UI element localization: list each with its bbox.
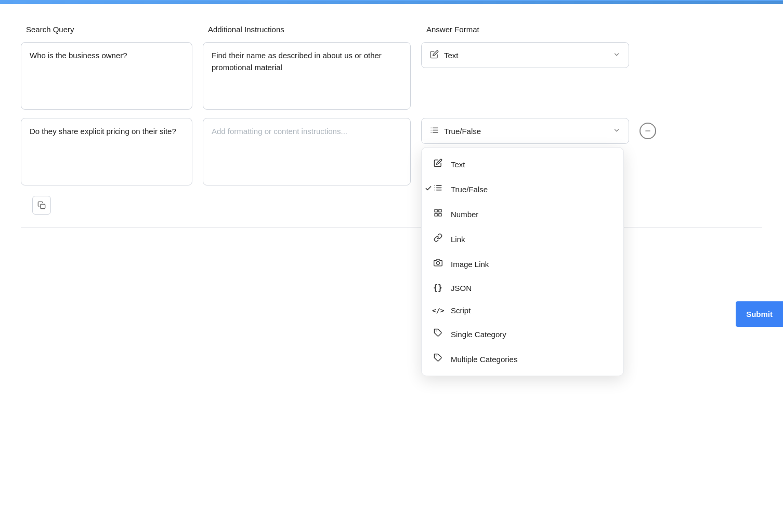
col-header-answer-format: Answer Format [426, 25, 634, 34]
svg-rect-20 [41, 204, 45, 209]
dropdown-item-text[interactable]: Text [422, 152, 623, 177]
search-query-cell-2: Do they share explicit pricing on their … [21, 118, 192, 188]
rows-area: Who is the business owner? Find their na… [21, 42, 762, 188]
dropdown-script-label: Script [451, 306, 471, 315]
dropdown-true-false-icon [432, 183, 443, 195]
dropdown-single-category-label: Single Category [451, 330, 506, 339]
dropdown-json-icon: {} [432, 283, 443, 292]
select-left-2: True/False [430, 126, 481, 137]
add-row-area [21, 188, 762, 223]
svg-point-16 [436, 261, 439, 264]
submit-button[interactable]: Submit [736, 301, 783, 327]
action-cell-2 [640, 118, 671, 144]
check-icon [425, 185, 432, 194]
additional-instructions-input-2[interactable] [203, 118, 411, 185]
columns-header: Search Query Additional Instructions Ans… [21, 25, 762, 34]
dropdown-script-icon: </> [432, 307, 443, 314]
dropdown-multiple-categories-label: Multiple Categories [451, 355, 517, 364]
answer-format-dropdown: Text [421, 147, 624, 376]
additional-instructions-input-1[interactable]: Find their name as described in about us… [203, 42, 411, 110]
page-container: Search Query Additional Instructions Ans… [0, 0, 783, 532]
search-query-input-2[interactable]: Do they share explicit pricing on their … [21, 118, 192, 185]
dropdown-item-image-link[interactable]: Image Link [422, 251, 623, 276]
dropdown-item-link[interactable]: Link [422, 227, 623, 251]
dropdown-number-label: Number [451, 210, 478, 219]
edit-icon-1 [430, 50, 439, 61]
select-left-1: Text [430, 50, 459, 61]
answer-format-select-1[interactable]: Text [421, 42, 629, 68]
search-query-input-1[interactable]: Who is the business owner? [21, 42, 192, 110]
table-row: Do they share explicit pricing on their … [21, 118, 762, 188]
additional-instructions-cell-2 [203, 118, 411, 188]
dropdown-text-label: Text [451, 160, 465, 169]
col-header-actions [645, 25, 762, 34]
dropdown-item-multiple-categories[interactable]: Multiple Categories [422, 347, 623, 371]
answer-format-select-cell-1: Text [421, 42, 629, 68]
search-query-cell-1: Who is the business owner? [21, 42, 192, 112]
svg-rect-13 [438, 209, 441, 212]
copy-button[interactable] [32, 196, 51, 215]
dropdown-link-label: Link [451, 235, 465, 244]
col-header-search-query: Search Query [26, 25, 198, 34]
dropdown-true-false-label: True/False [451, 185, 488, 194]
answer-format-select-2[interactable]: True/False [421, 118, 629, 144]
dropdown-link-icon [432, 233, 443, 245]
dropdown-item-json[interactable]: {} JSON [422, 276, 623, 299]
true-false-icon [430, 126, 439, 137]
main-content: Search Query Additional Instructions Ans… [0, 4, 783, 228]
dropdown-item-number[interactable]: Number [422, 202, 623, 227]
dropdown-item-true-false[interactable]: True/False [422, 177, 623, 202]
dropdown-item-script[interactable]: </> Script [422, 299, 623, 322]
chevron-down-icon-1 [613, 51, 620, 60]
svg-rect-15 [435, 214, 437, 216]
dropdown-single-category-icon [432, 328, 443, 340]
dropdown-item-single-category[interactable]: Single Category [422, 322, 623, 347]
dropdown-image-link-icon [432, 258, 443, 270]
action-cell-1 [640, 42, 671, 68]
dropdown-multiple-categories-icon [432, 353, 443, 365]
dropdown-text-icon [432, 158, 443, 170]
chevron-down-icon-2 [613, 127, 620, 136]
remove-row-button[interactable] [640, 123, 656, 139]
dropdown-json-label: JSON [451, 284, 472, 292]
divider-line [21, 227, 762, 228]
answer-format-select-cell-2: True/False [421, 118, 629, 144]
svg-rect-12 [435, 209, 437, 212]
svg-rect-14 [438, 214, 441, 216]
table-row: Who is the business owner? Find their na… [21, 42, 762, 112]
col-header-additional-instructions: Additional Instructions [208, 25, 416, 34]
dropdown-number-icon [432, 208, 443, 220]
answer-format-label-2: True/False [444, 127, 481, 136]
answer-format-label-1: Text [444, 51, 459, 60]
additional-instructions-cell-1: Find their name as described in about us… [203, 42, 411, 112]
dropdown-image-link-label: Image Link [451, 260, 489, 269]
